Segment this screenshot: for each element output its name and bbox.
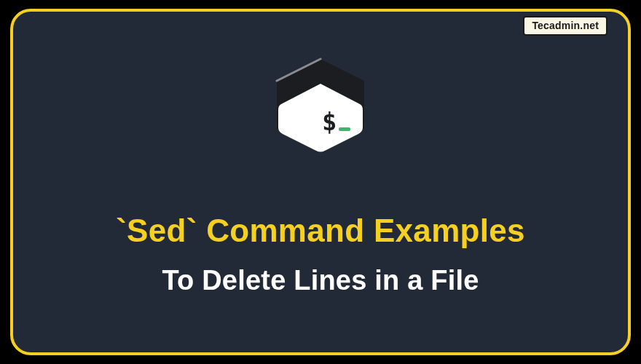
watermark-badge: Tecadmin.net xyxy=(523,16,607,36)
subtitle: To Delete Lines in a File xyxy=(13,265,628,296)
card-frame: Tecadmin.net $ `Sed` Command Examples To… xyxy=(10,9,631,355)
main-title: `Sed` Command Examples xyxy=(13,213,628,249)
watermark-text: Tecadmin.net xyxy=(532,20,599,31)
prompt-char: $ xyxy=(322,107,337,136)
terminal-cube-icon: $ xyxy=(270,58,371,159)
cursor-icon xyxy=(339,127,350,131)
